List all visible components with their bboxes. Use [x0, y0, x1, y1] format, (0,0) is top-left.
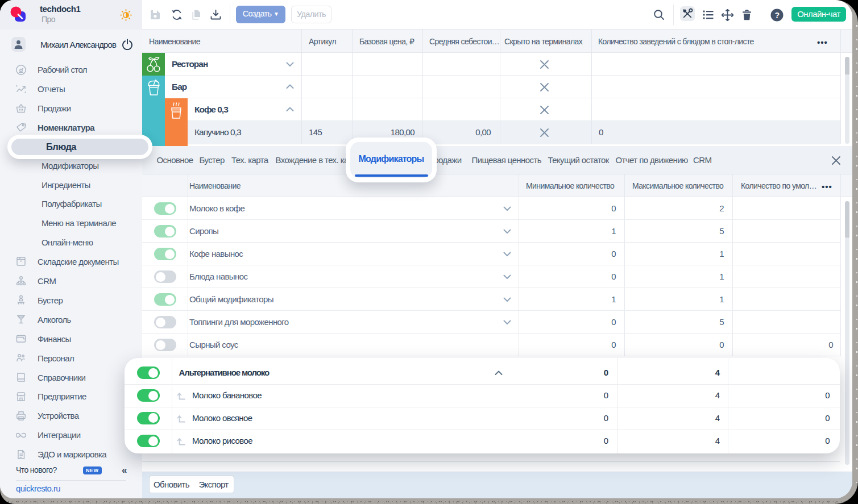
svg-text:?: ?	[775, 11, 780, 20]
